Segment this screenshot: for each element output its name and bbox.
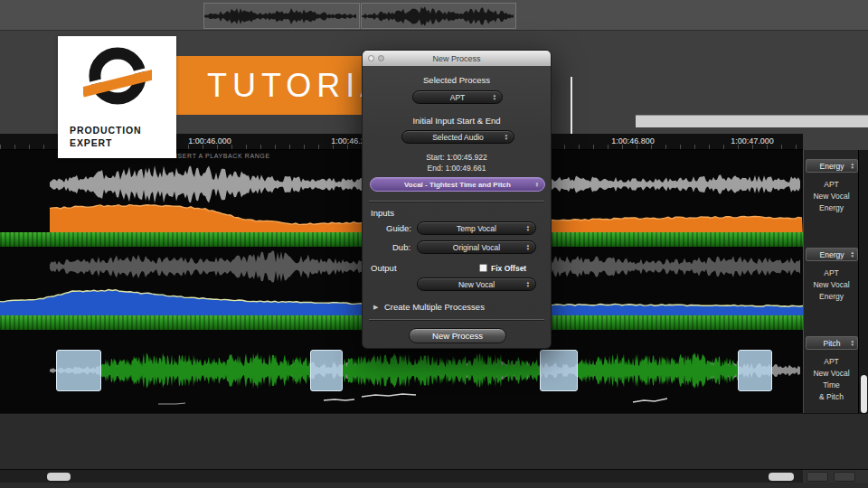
guide-dropdown[interactable]: Temp Vocal ▲▼: [417, 221, 536, 235]
background-track-overview: [0, 0, 868, 31]
overview-clip-1: [203, 3, 360, 29]
panel-title: Pitch: [824, 339, 841, 348]
vertical-scrollbar[interactable]: [858, 150, 868, 413]
dub-dropdown[interactable]: Original Vocal ▲▼: [417, 240, 536, 254]
timestamp-label: 1:00:46.000: [188, 136, 231, 145]
preset-dropdown[interactable]: Vocal - Tightest Time and Pitch ▲▼: [370, 177, 545, 192]
initial-input-label: Initial Input Start & End: [363, 116, 551, 126]
process-type-dropdown[interactable]: APT ▲▼: [412, 90, 503, 104]
horizontal-scrollbar-thumb-2[interactable]: [769, 473, 794, 481]
zoom-button[interactable]: [807, 472, 828, 482]
start-time-value: Start: 1:00:45.922: [363, 153, 551, 162]
audio-block[interactable]: [738, 350, 772, 391]
disclosure-triangle-icon[interactable]: ▶: [373, 304, 378, 311]
new-process-button[interactable]: New Process: [409, 328, 506, 343]
zoom-button[interactable]: [834, 472, 855, 482]
scrollbar-corner: [803, 469, 868, 483]
panel-header-energy-2[interactable]: Energy ▲▼: [806, 248, 858, 261]
panel-title: Energy: [820, 250, 844, 259]
panel-header-energy-1[interactable]: Energy ▲▼: [806, 159, 858, 173]
output-section-label: Output: [371, 263, 397, 273]
audio-block[interactable]: [310, 350, 343, 391]
pitch-trace-lines: [0, 389, 803, 412]
panel-info-2: APTNew VocalEnergy: [804, 267, 859, 303]
chevron-updown-icon: ▲▼: [493, 94, 496, 100]
vertical-scrollbar-thumb[interactable]: [861, 375, 867, 413]
divider: [369, 319, 544, 320]
chevron-updown-icon: ▲▼: [535, 182, 539, 188]
horizontal-scrollbar[interactable]: [0, 469, 803, 483]
panel-info-1: APTNew VocalEnergy: [804, 179, 859, 214]
inputs-section-label: Inputs: [371, 208, 394, 218]
logo-e-icon: [83, 42, 152, 110]
logo-wordmark: PRODUCTION EXPERT: [70, 124, 142, 149]
horizontal-scrollbar-thumb[interactable]: [47, 473, 71, 481]
panel-info-3: APTNew VocalTime& Pitch: [804, 356, 859, 403]
waveform-green-segment-2: [343, 351, 542, 390]
chevron-updown-icon: ▲▼: [526, 281, 530, 287]
panel-header-pitch[interactable]: Pitch ▲▼: [806, 336, 858, 350]
logo-line-2: EXPERT: [70, 136, 142, 149]
screen: TUTORIAL PRODUCTION EXPERT 1:00:46.000 1…: [0, 0, 868, 488]
dialog-title: New Process: [432, 54, 480, 63]
stepper-arrows-icon[interactable]: ▲▼: [851, 163, 854, 169]
new-process-dialog: New Process Selected Process APT ▲▼ Init…: [362, 50, 552, 349]
timestamp-label: 1:00:47.000: [731, 136, 774, 145]
selected-process-label: Selected Process: [363, 75, 551, 85]
end-time-value: End: 1:00:49.661: [363, 164, 551, 173]
window-minimize-button[interactable]: [378, 55, 384, 61]
production-expert-logo: PRODUCTION EXPERT: [58, 36, 176, 158]
overview-clip-2: [361, 3, 516, 29]
timestamp-label: 1:00:46.800: [611, 136, 655, 145]
output-dropdown[interactable]: New Vocal ▲▼: [417, 277, 536, 291]
waveform-green-segment-1: [99, 351, 311, 390]
chevron-updown-icon: ▲▼: [526, 225, 530, 231]
waveform-green-segment-3: [578, 351, 739, 390]
audio-block[interactable]: [540, 350, 578, 391]
panel-title: Energy: [820, 162, 844, 171]
divider: [369, 201, 544, 202]
chevron-updown-icon: ▲▼: [505, 134, 508, 140]
fix-offset-label: Fix Offset: [491, 264, 526, 273]
playhead-line: [571, 77, 572, 134]
audio-block[interactable]: [56, 350, 101, 391]
dialog-title-bar: New Process: [363, 51, 551, 66]
window-close-button[interactable]: [368, 55, 374, 61]
fix-offset-checkbox[interactable]: [479, 264, 487, 272]
background-window-edge: [636, 115, 868, 127]
guide-label: Guide:: [386, 223, 411, 233]
dub-label: Dub:: [392, 242, 410, 252]
logo-line-1: PRODUCTION: [70, 124, 142, 136]
chevron-updown-icon: ▲▼: [526, 244, 530, 250]
create-multiple-label[interactable]: Create Multiple Processes: [384, 302, 485, 312]
input-range-dropdown[interactable]: Selected Audio ▲▼: [401, 130, 514, 144]
stepper-arrows-icon[interactable]: ▲▼: [851, 251, 854, 258]
stepper-arrows-icon[interactable]: ▲▼: [851, 340, 854, 346]
